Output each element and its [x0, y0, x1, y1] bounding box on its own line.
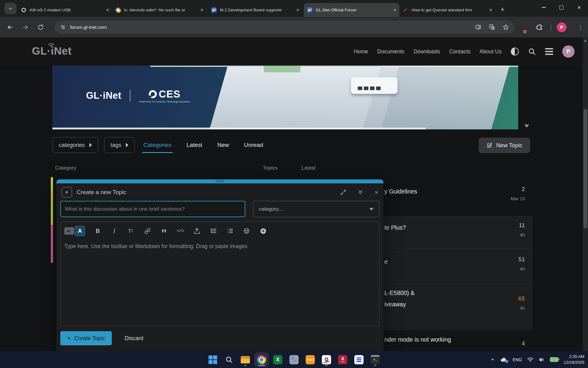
topic-row[interactable]: te Plus? 11 4h [383, 216, 533, 248]
italic-button[interactable]: I [107, 225, 121, 236]
taskbar-clock[interactable]: 2:25 AM 12/19/2025 [564, 354, 584, 365]
bookmark-star-icon[interactable] [503, 24, 509, 30]
topic-row[interactable]: nder mode is not working 4 [383, 329, 533, 351]
topic-row[interactable]: L-E5800) & iveaway 65 4h [383, 284, 533, 329]
extensions-puzzle-icon[interactable] [536, 24, 543, 31]
translate-icon[interactable]: G [489, 24, 495, 30]
categories-filter-button[interactable]: categories [52, 137, 98, 153]
theme-toggle-icon[interactable] [511, 48, 519, 56]
upload-button[interactable] [190, 225, 204, 236]
topic-when[interactable]: Mar 10 [505, 196, 525, 201]
col-category[interactable]: Category [55, 165, 76, 171]
new-topic-button[interactable]: New Topic [479, 138, 530, 153]
text-size-button[interactable]: TT [124, 225, 138, 236]
install-app-icon[interactable] [475, 24, 481, 30]
search-icon[interactable] [528, 48, 536, 56]
address-bar[interactable]: forum.gl-inet.com G [55, 21, 514, 34]
close-tab-icon[interactable]: × [106, 8, 109, 13]
nav-documents[interactable]: Documents [377, 48, 405, 55]
close-tab-icon[interactable]: × [296, 8, 299, 13]
cad-3d-icon[interactable] [352, 353, 366, 366]
blockquote-button[interactable] [157, 225, 171, 236]
maximize-button[interactable] [552, 0, 570, 15]
minimize-button[interactable] [535, 0, 552, 15]
discard-button[interactable]: Discard [125, 335, 143, 342]
quectel-app-icon[interactable]: Q [320, 353, 333, 366]
bold-button[interactable]: B [91, 225, 104, 236]
numbered-list-button[interactable]: 12 [223, 225, 237, 236]
browser-tab-1[interactable]: Kết nối 2 modem USB × [18, 3, 112, 17]
tab-search-button[interactable] [4, 3, 17, 14]
close-window-button[interactable]: × [570, 0, 588, 15]
bullet-list-button[interactable] [207, 225, 220, 236]
tab-latest[interactable]: Latest [187, 137, 202, 153]
excel-icon[interactable]: X [271, 353, 285, 366]
back-button[interactable] [7, 24, 13, 31]
topic-title[interactable]: e [384, 256, 388, 284]
composer-drag-handle[interactable] [56, 179, 383, 183]
tab-categories[interactable]: Categories [143, 137, 172, 153]
tray-chevron-icon[interactable] [490, 357, 495, 362]
chrome-icon[interactable] [255, 353, 268, 366]
close-composer-icon[interactable]: × [375, 189, 378, 195]
topic-row[interactable]: e 51 4h [383, 248, 533, 284]
browser-tab-3[interactable]: gli M.2 Development Board supporte × [208, 3, 302, 17]
language-indicator[interactable]: ENG [513, 357, 522, 362]
collapse-banner-icon[interactable] [524, 125, 529, 128]
topic-title[interactable]: L-E5800) & iveaway [384, 287, 415, 329]
wifi-icon[interactable] [527, 357, 533, 362]
page-scrollbar[interactable] [583, 37, 588, 351]
topic-when[interactable]: 4h [505, 305, 525, 311]
taskbar-search-icon[interactable] [222, 353, 236, 366]
fullscreen-icon[interactable] [340, 189, 346, 195]
site-info-icon[interactable] [60, 24, 66, 30]
topic-row[interactable]: y Guidelines 2 Mar 10 [383, 175, 533, 216]
minimize-composer-icon[interactable] [357, 189, 364, 195]
scrollbar-thumb[interactable] [583, 109, 587, 228]
tab-unread[interactable]: Unread [244, 137, 263, 153]
browser-tab-5[interactable]: How to get Quectel standard firm × [400, 3, 495, 17]
nav-about[interactable]: About Us [480, 48, 502, 55]
photos-icon[interactable] [287, 353, 301, 366]
battery-icon[interactable] [550, 357, 558, 362]
topic-when[interactable]: 4h [505, 266, 525, 271]
col-latest[interactable]: Latest [301, 165, 315, 171]
editor-placeholder[interactable]: Type here. Use the toolbar or Markdown f… [64, 243, 375, 250]
close-tab-icon[interactable]: × [489, 8, 492, 13]
composer-mode-toggle[interactable]: M↓ A [64, 226, 85, 236]
topic-title[interactable]: nder mode is not working [384, 334, 451, 351]
close-tab-icon[interactable]: × [394, 8, 396, 13]
create-topic-button[interactable]: + Create Topic [60, 331, 112, 345]
autocad-icon[interactable]: ACAD [336, 353, 349, 366]
nav-home[interactable]: Home [354, 48, 368, 55]
terminal-icon[interactable]: >_ [368, 353, 382, 366]
close-tab-icon[interactable]: × [201, 8, 203, 13]
file-explorer-icon[interactable] [239, 353, 252, 366]
nav-contacts[interactable]: Contacts [449, 48, 470, 55]
category-select[interactable]: category… [253, 201, 379, 217]
reload-button[interactable] [37, 24, 44, 30]
forward-button[interactable] [22, 24, 29, 31]
topic-title[interactable]: y Guidelines [384, 186, 417, 216]
browser-menu-icon[interactable]: ⋮ [578, 24, 583, 31]
topic-when[interactable]: 4h [505, 232, 525, 237]
browser-tab-active[interactable]: gli GL.iNet Official Forum × [304, 3, 399, 17]
topic-title[interactable]: te Plus? [384, 222, 406, 248]
url-text[interactable]: forum.gl-inet.com [70, 25, 107, 30]
tags-filter-button[interactable]: tags [104, 137, 135, 153]
col-topics[interactable]: Topics [263, 165, 277, 171]
imou-icon[interactable]: imou [303, 353, 317, 366]
menu-icon[interactable] [545, 48, 553, 55]
site-logo[interactable]: GL·iNet [32, 45, 72, 57]
ces-banner[interactable]: GL·iNet CES Powered by The Consumer Tech… [52, 66, 518, 129]
tab-new[interactable]: New [217, 137, 229, 153]
emoji-button[interactable] [240, 225, 253, 236]
code-button[interactable]: </> [174, 225, 187, 236]
browser-tab-2[interactable]: ls: /dev/cdc-wdm*: No such file or × [112, 3, 206, 17]
onedrive-cloud-icon[interactable]: i [500, 357, 507, 362]
hyperlink-button[interactable] [141, 225, 154, 236]
nav-downloads[interactable]: Downloads [413, 48, 440, 55]
volume-icon[interactable] [539, 357, 545, 362]
profile-avatar[interactable]: P [557, 22, 567, 32]
scrollbar-up-arrow[interactable] [584, 39, 587, 42]
